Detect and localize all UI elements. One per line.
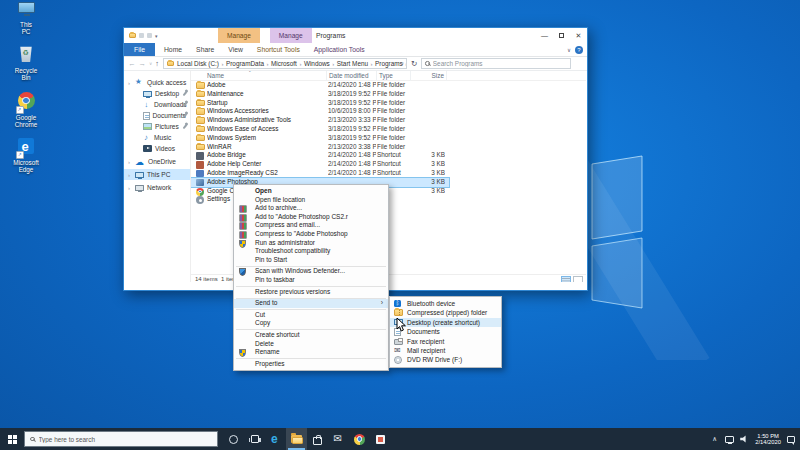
column-header[interactable]: Name <box>205 71 327 81</box>
taskbar-edge-button[interactable] <box>265 428 286 450</box>
menu-copy[interactable]: Copy <box>234 319 388 328</box>
ribbon-collapse-chevron-icon[interactable]: ∨ <box>567 47 571 53</box>
nav-pictures[interactable]: › Pictures <box>124 121 190 132</box>
breadcrumb-segment[interactable]: Start Menu› <box>337 60 375 67</box>
sendto-compressed-folder[interactable]: Compressed (zipped) folder <box>390 308 501 317</box>
minimize-button[interactable]: — <box>536 28 553 43</box>
tray-overflow-chevron-icon[interactable] <box>711 435 719 443</box>
menu-create-shortcut[interactable]: Create shortcut <box>234 331 388 340</box>
menu-compress-to[interactable]: Compress to "Adobe Photoshop <box>234 230 388 239</box>
taskbar-clock[interactable]: 1:50 PM 2/14/2020 <box>755 433 781 446</box>
back-button[interactable]: ← <box>128 59 136 68</box>
menu-open[interactable]: Open <box>234 187 388 196</box>
file-row[interactable]: Windows Administrative Tools 2/13/2020 3… <box>191 116 449 125</box>
desktop-icon-this-pc[interactable]: This PC <box>2 2 50 35</box>
menu-cut[interactable]: Cut <box>234 311 388 320</box>
nav-this-pc[interactable]: › This PC <box>124 169 190 180</box>
column-header[interactable]: Date modified <box>327 71 377 81</box>
sendto-mail-recipient[interactable]: Mail recipient <box>390 346 501 355</box>
ribbon-tab-share[interactable]: Share <box>189 43 221 56</box>
explorer-search-input[interactable] <box>433 60 568 67</box>
qat-button[interactable] <box>147 33 152 38</box>
action-center-icon[interactable] <box>787 436 795 443</box>
taskbar-search-box[interactable] <box>24 431 218 447</box>
menu-send-to[interactable]: Send to <box>234 299 388 308</box>
taskbar-task-view-button[interactable] <box>244 428 265 450</box>
nav-network[interactable]: › Network <box>124 182 190 193</box>
ribbon-tab-application-tools[interactable]: Application Tools <box>307 43 372 56</box>
menu-delete[interactable]: Delete <box>234 340 388 349</box>
menu-scan-with-defender[interactable]: Scan with Windows Defender... <box>234 267 388 276</box>
contextual-tab-manage-application[interactable]: Manage <box>270 28 312 43</box>
menu-add-to-archive[interactable]: Add to archive... <box>234 204 388 213</box>
maximize-button[interactable] <box>553 28 570 43</box>
nav-music[interactable]: › Music <box>124 132 190 143</box>
taskbar-chrome-button[interactable] <box>349 428 370 450</box>
sendto-fax-recipient[interactable]: Fax recipient <box>390 337 501 346</box>
file-row[interactable]: Adobe ImageReady CS2 2/14/2020 1:48 PM S… <box>191 169 449 178</box>
recent-locations-chevron-icon[interactable]: ∨ <box>149 61 152 66</box>
menu-rename[interactable]: Rename <box>234 348 388 357</box>
menu-properties[interactable]: Properties <box>234 360 388 369</box>
help-icon[interactable]: ? <box>575 46 583 54</box>
file-row[interactable]: Windows Accessories 10/6/2019 8:00 PM Fi… <box>191 107 449 116</box>
column-header[interactable]: Type <box>377 71 411 81</box>
quick-access-toolbar[interactable]: ▾ <box>124 33 158 39</box>
menu-pin-to-taskbar[interactable]: Pin to taskbar <box>234 276 388 285</box>
nav-videos[interactable]: › Videos <box>124 143 190 154</box>
taskbar-pinned-app-button[interactable] <box>370 428 391 450</box>
file-row[interactable]: Adobe 2/14/2020 1:48 PM File folder <box>191 81 449 90</box>
desktop-icon-microsoft-edge[interactable]: Microsoft Edge <box>2 138 50 173</box>
desktop-icon-google-chrome[interactable]: Google Chrome <box>2 92 50 128</box>
taskbar-search-input[interactable] <box>39 436 213 443</box>
details-view-button[interactable] <box>561 276 571 283</box>
desktop-icon-recycle-bin[interactable]: Recycle Bin <box>2 46 50 81</box>
nav-desktop[interactable]: › Desktop <box>124 88 190 99</box>
qat-button[interactable] <box>139 33 144 38</box>
sendto-bluetooth-device[interactable]: Bluetooth device <box>390 299 501 308</box>
breadcrumb-segment[interactable]: Local Disk (C:)› <box>177 60 226 67</box>
breadcrumb-segment[interactable]: ProgramData› <box>226 60 271 67</box>
file-row[interactable]: Maintenance 3/18/2019 9:52 PM File folde… <box>191 90 449 99</box>
breadcrumb-segment[interactable]: Windows› <box>304 60 337 67</box>
ribbon-tab-home[interactable]: Home <box>157 43 189 56</box>
sendto-dvd-rw-drive[interactable]: DVD RW Drive (F:) <box>390 355 501 364</box>
contextual-tab-manage-shortcut[interactable]: Manage <box>218 28 260 43</box>
nav-downloads[interactable]: › Downloads <box>124 99 190 110</box>
taskbar-mail-button[interactable] <box>328 428 349 450</box>
refresh-icon[interactable]: ↻ <box>411 59 417 68</box>
close-button[interactable]: ✕ <box>570 28 587 43</box>
file-row[interactable]: Windows System 3/18/2019 9:52 PM File fo… <box>191 134 449 143</box>
ribbon-tab-view[interactable]: View <box>221 43 250 56</box>
up-button[interactable]: ↑ <box>155 59 159 68</box>
file-row[interactable]: WinRAR 2/13/2020 3:38 PM File folder <box>191 143 449 152</box>
menu-open-file-location[interactable]: Open file location <box>234 196 388 205</box>
menu-restore-previous-versions[interactable]: Restore previous versions <box>234 288 388 297</box>
breadcrumb-segment[interactable]: Microsoft› <box>271 60 304 67</box>
file-row[interactable]: Startup 3/18/2019 9:52 PM File folder <box>191 99 449 108</box>
ribbon-tab-file[interactable]: File <box>124 43 155 56</box>
taskbar-file-explorer-button[interactable] <box>286 428 307 450</box>
forward-button[interactable]: → <box>139 59 147 68</box>
address-dropdown-chevron-icon[interactable]: ∨ <box>401 61 404 66</box>
taskbar-cortana-button[interactable] <box>223 428 244 450</box>
large-icons-view-button[interactable] <box>573 276 583 283</box>
file-row[interactable]: Adobe Bridge 2/14/2020 1:48 PM Shortcut … <box>191 151 449 160</box>
breadcrumb[interactable]: Local Disk (C:)› ProgramData› Microsoft›… <box>163 58 407 69</box>
file-row[interactable]: Windows Ease of Access 3/18/2019 9:52 PM… <box>191 125 449 134</box>
speaker-icon[interactable] <box>740 435 749 443</box>
column-header[interactable]: Size <box>411 71 447 81</box>
nav-quick-access[interactable]: › Quick access <box>124 77 190 88</box>
nav-documents[interactable]: › Documents <box>124 110 190 121</box>
nav-onedrive[interactable]: › OneDrive <box>124 156 190 167</box>
file-row[interactable]: Adobe Help Center 2/14/2020 1:48 PM Shor… <box>191 160 449 169</box>
menu-pin-to-start[interactable]: Pin to Start <box>234 256 388 265</box>
ribbon-tab-shortcut-tools[interactable]: Shortcut Tools <box>250 43 307 56</box>
menu-compress-and-email[interactable]: Compress and email... <box>234 221 388 230</box>
network-icon[interactable] <box>725 436 734 443</box>
menu-add-to-named-archive[interactable]: Add to "Adobe Photoshop CS2.r <box>234 213 388 222</box>
taskbar-store-button[interactable] <box>307 428 328 450</box>
menu-run-as-administrator[interactable]: Run as administrator <box>234 239 388 248</box>
menu-troubleshoot-compatibility[interactable]: Troubleshoot compatibility <box>234 247 388 256</box>
start-button[interactable] <box>0 428 24 450</box>
